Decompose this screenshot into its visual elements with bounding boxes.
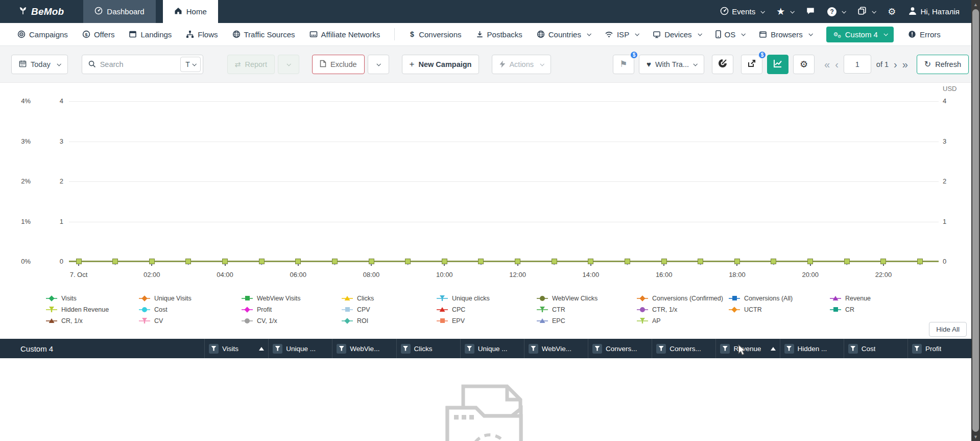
nav-item-devices[interactable]: Devices <box>653 30 701 39</box>
filter-funnel-icon[interactable] <box>401 344 411 354</box>
table-column-cost[interactable]: Cost <box>844 339 907 358</box>
columns-visibility-button[interactable] <box>712 55 733 74</box>
page-number-input[interactable] <box>844 55 871 74</box>
feedback-button[interactable] <box>806 6 815 17</box>
legend-item-cv[interactable]: CV <box>139 317 242 324</box>
legend-item-profit[interactable]: Profit <box>242 306 342 313</box>
search-type-select[interactable]: T <box>180 57 201 72</box>
prev-page-button[interactable]: ‹ <box>835 59 839 69</box>
legend-item-conversions-all[interactable]: Conversions (All) <box>729 294 830 302</box>
nav-item-browsers[interactable]: Browsers <box>759 30 812 39</box>
report-settings-button[interactable]: ⚙ <box>793 55 815 74</box>
date-range-button[interactable]: Today <box>11 55 68 74</box>
new-campaign-button[interactable]: + New Campaign <box>402 55 480 74</box>
legend-item-unique-clicks[interactable]: Unique clicks <box>437 294 537 302</box>
nav-item-errors[interactable]: Errors <box>908 30 941 39</box>
legend-item-cv-1-x[interactable]: CV, 1/x <box>242 317 342 324</box>
filter-funnel-icon[interactable] <box>848 344 858 354</box>
bemob-logo[interactable]: BeMob <box>0 0 83 23</box>
exclude-dropdown-button[interactable] <box>368 55 389 74</box>
refresh-button[interactable]: ↻ Refresh <box>917 55 969 74</box>
nav-item-conversions[interactable]: $Conversions <box>409 30 461 39</box>
tab-dashboard[interactable]: Dashboard <box>83 0 155 23</box>
legend-item-webview-visits[interactable]: WebView Visits <box>242 294 342 302</box>
legend-item-cpc[interactable]: CPC <box>437 306 537 313</box>
filter-funnel-icon[interactable] <box>912 344 922 354</box>
chart-toggle-button[interactable] <box>767 55 788 74</box>
table-column-hidden[interactable]: Hidden ... <box>780 339 844 358</box>
nav-item-offers[interactable]: $Offers <box>82 30 115 39</box>
next-page-button[interactable]: › <box>894 59 897 69</box>
nav-item-campaigns[interactable]: Campaigns <box>17 30 68 39</box>
filter-funnel-icon[interactable] <box>529 344 538 354</box>
filter-funnel-icon[interactable] <box>592 344 602 354</box>
table-column-webvie[interactable]: WebVie... <box>524 339 588 358</box>
workspaces-menu[interactable] <box>857 6 875 17</box>
scroll-up-arrow[interactable]: ▲ <box>971 0 980 9</box>
actions-button[interactable]: Actions <box>492 55 551 74</box>
favorites-menu[interactable]: ★ <box>776 7 794 16</box>
table-column-convers[interactable]: Convers... <box>652 339 715 358</box>
tab-home[interactable]: Home <box>163 0 218 23</box>
filter-funnel-icon[interactable] <box>465 344 474 354</box>
scroll-down-arrow[interactable]: ▼ <box>971 432 980 441</box>
legend-item-cr-1-x[interactable]: CR, 1/x <box>46 317 139 324</box>
filter-funnel-icon[interactable] <box>273 344 282 354</box>
vertical-scrollbar[interactable]: ▲ ▼ <box>971 0 980 441</box>
legend-item-visits[interactable]: Visits <box>46 294 139 302</box>
y-axis-usd-tick: 4 <box>943 97 958 105</box>
nav-item-custom-4[interactable]: ⚙⚙Custom 4 <box>826 27 894 42</box>
nav-item-landings[interactable]: Landings <box>129 30 172 39</box>
settings-button[interactable]: ⚙ <box>888 7 896 16</box>
table-column-custom4[interactable]: Custom 4 <box>0 339 204 358</box>
legend-item-ctr[interactable]: CTR <box>537 306 637 313</box>
table-column-unique[interactable]: Unique ... <box>268 339 332 358</box>
legend-item-revenue[interactable]: Revenue <box>830 294 871 302</box>
filter-funnel-icon[interactable] <box>337 344 346 354</box>
legend-item-clicks[interactable]: Clicks <box>342 294 437 302</box>
traffic-filter-dropdown[interactable]: ♥ With Tra... <box>639 55 704 74</box>
exclude-button[interactable]: Exclude <box>312 55 365 74</box>
nav-item-affiliate-networks[interactable]: Affiliate Networks <box>309 30 380 39</box>
table-column-convers[interactable]: Convers... <box>588 339 652 358</box>
table-column-profit[interactable]: Profit <box>907 339 971 358</box>
nav-item-postbacks[interactable]: Postbacks <box>476 30 522 39</box>
nav-item-countries[interactable]: Countries <box>537 30 590 39</box>
first-page-button[interactable]: « <box>824 59 830 69</box>
legend-item-roi[interactable]: ROI <box>342 317 437 324</box>
legend-item-cpv[interactable]: CPV <box>342 306 437 313</box>
report-dropdown-button[interactable] <box>278 55 299 74</box>
legend-item-conversions-confirmed[interactable]: Conversions (Confirmed) <box>637 294 729 302</box>
nav-item-os[interactable]: OS <box>715 30 745 39</box>
legend-item-epv[interactable]: EPV <box>437 317 537 324</box>
report-button[interactable]: ⇄ Report <box>227 55 275 74</box>
legend-item-ap[interactable]: AP <box>637 317 729 324</box>
table-column-unique[interactable]: Unique ... <box>460 339 524 358</box>
legend-item-cr[interactable]: CR <box>830 306 871 313</box>
legend-item-hidden-revenue[interactable]: Hidden Revenue <box>46 306 139 313</box>
table-column-clicks[interactable]: Clicks <box>396 339 460 358</box>
nav-item-isp[interactable]: ISP <box>605 30 638 39</box>
search-input[interactable] <box>100 60 180 68</box>
nav-item-traffic-sources[interactable]: Traffic Sources <box>232 30 295 39</box>
legend-item-webview-clicks[interactable]: WebView Clicks <box>537 294 637 302</box>
legend-item-epc[interactable]: EPC <box>537 317 637 324</box>
hide-all-button[interactable]: Hide All <box>929 322 967 337</box>
filter-funnel-icon[interactable] <box>209 344 219 354</box>
user-menu[interactable]: Hi, Наталія <box>908 6 960 17</box>
filter-funnel-icon[interactable] <box>784 344 794 354</box>
legend-item-cost[interactable]: Cost <box>139 306 242 313</box>
filter-funnel-icon[interactable] <box>720 344 730 354</box>
last-page-button[interactable]: » <box>902 59 908 69</box>
nav-item-flows[interactable]: Flows <box>186 30 218 39</box>
scrollbar-thumb[interactable] <box>972 9 979 432</box>
table-column-visits[interactable]: Visits <box>204 339 268 358</box>
table-column-webvie[interactable]: WebVie... <box>332 339 396 358</box>
legend-item-uctr[interactable]: UCTR <box>729 306 830 313</box>
help-menu[interactable]: ? <box>827 7 845 16</box>
events-menu[interactable]: Events <box>720 7 764 17</box>
filter-funnel-icon[interactable] <box>656 344 666 354</box>
legend-item-ctr-1-x[interactable]: CTR, 1/x <box>637 306 729 313</box>
legend-item-unique-visits[interactable]: Unique Visits <box>139 294 242 302</box>
table-column-revenue[interactable]: Revenue <box>715 339 779 358</box>
